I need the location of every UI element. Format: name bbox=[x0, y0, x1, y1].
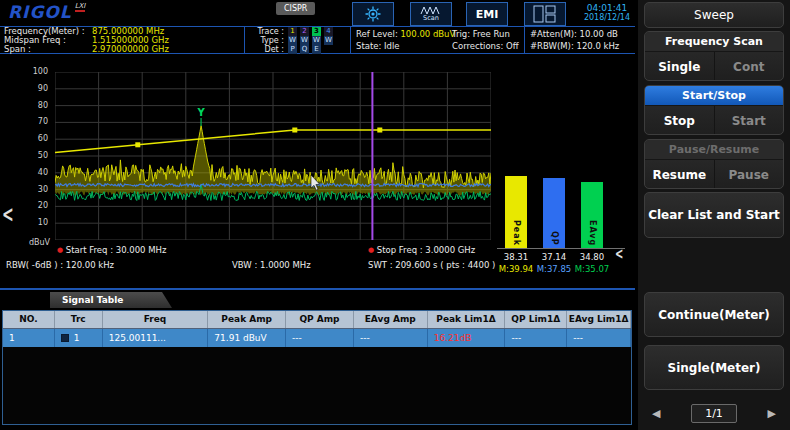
system-settings-button[interactable] bbox=[352, 2, 394, 26]
span-label: Span : bbox=[4, 45, 92, 54]
prev-page-arrow[interactable]: ◀ bbox=[652, 407, 660, 420]
det-3-chip: E bbox=[312, 45, 321, 54]
meter-bar-qp: QP bbox=[543, 178, 565, 248]
trace-toggle-icon[interactable] bbox=[61, 334, 69, 342]
meter-reading: 37.14 bbox=[534, 252, 574, 262]
brand-logo: RIGOLLXI bbox=[8, 2, 85, 22]
menu-title: Sweep bbox=[644, 2, 784, 28]
meter-bar-label: QP bbox=[550, 231, 559, 246]
meter-bar-peak: Peak bbox=[505, 176, 527, 248]
trace-1-chip[interactable]: 1 bbox=[288, 27, 297, 36]
trace-label: Trace : bbox=[250, 27, 284, 36]
y-axis-tick: 100 bbox=[24, 67, 48, 77]
y-axis-tick: 70 bbox=[24, 117, 48, 127]
next-page-arrow[interactable]: ▶ bbox=[768, 407, 776, 420]
start-button[interactable]: Start bbox=[714, 106, 784, 135]
y-axis-tick: 90 bbox=[24, 84, 48, 94]
trace-4-chip[interactable]: 4 bbox=[324, 27, 333, 36]
corrections-indicator: Corrections: Off bbox=[452, 41, 519, 51]
y-axis-tick: 60 bbox=[24, 134, 48, 144]
column-header-8: QP Lim1Δ bbox=[505, 311, 567, 328]
meter-max-reading: M:35.07 bbox=[572, 264, 612, 274]
date-display: 2018/12/14 bbox=[578, 13, 636, 23]
state-indicator: State: Idle bbox=[356, 41, 400, 51]
meter-max-reading: M:39.94 bbox=[496, 264, 536, 274]
trace-2-chip[interactable]: 2 bbox=[300, 27, 309, 36]
column-header-7: Peak Lim1Δ bbox=[428, 311, 506, 328]
rbw-m-indicator: #RBW(M): 120.0 kHz bbox=[530, 41, 619, 51]
continue-meter-button[interactable]: Continue(Meter) bbox=[644, 292, 784, 337]
cell-peak_amp: 71.91 dBuV bbox=[208, 329, 286, 347]
column-header-5: QP Amp bbox=[286, 311, 354, 328]
svg-text:Y: Y bbox=[196, 107, 205, 118]
menu-title-text: Sweep bbox=[694, 8, 734, 22]
det-label: Det : bbox=[250, 45, 284, 54]
separator bbox=[244, 26, 245, 53]
separator bbox=[350, 26, 351, 53]
y-axis-unit: dBuV bbox=[24, 238, 50, 247]
trigger-indicator: Trig: Free Run bbox=[452, 29, 510, 39]
meter-info-block: Frequency(Meter) :875.000000 MHz Midspan… bbox=[4, 27, 169, 54]
meter-bar-label: Peak bbox=[512, 220, 521, 246]
column-header-2: Trc bbox=[55, 311, 103, 328]
cell-text: 1 bbox=[74, 330, 80, 347]
cell-peak_lim: 16.21dB bbox=[428, 329, 506, 347]
cell-eavg_lim: --- bbox=[567, 329, 631, 347]
cell-qp_amp: --- bbox=[286, 329, 354, 347]
trace-3-chip[interactable]: 3 bbox=[312, 27, 321, 36]
collapse-meters-arrow[interactable]: < bbox=[615, 245, 623, 263]
y-axis-tick: 50 bbox=[24, 151, 48, 161]
start-freq-readout: ● Start Freq : 30.000 MHz bbox=[57, 245, 166, 255]
signal-table-tab[interactable]: Signal Table bbox=[50, 292, 172, 308]
expand-left-panel-arrow[interactable]: < bbox=[2, 201, 14, 227]
vbw-readout: VBW : 1.0000 MHz bbox=[232, 260, 311, 270]
meter-bar-label: EAvg bbox=[588, 220, 597, 246]
page-navigation: ◀ 1/1 ▶ bbox=[644, 399, 784, 427]
ref-level-value: 100.00 dBuV bbox=[400, 29, 455, 39]
start-stop-header: Start/Stop bbox=[645, 86, 783, 106]
type-3-chip: W bbox=[312, 36, 321, 45]
page-indicator: 1/1 bbox=[691, 404, 737, 423]
meter-max-reading: M:37.85 bbox=[534, 264, 574, 274]
cont-button[interactable]: Cont bbox=[714, 52, 784, 81]
lxi-badge: LXI bbox=[75, 2, 86, 12]
display-layout-button[interactable] bbox=[524, 2, 566, 26]
emi-mode-button[interactable]: EMI bbox=[466, 2, 508, 26]
rbw-readout: RBW( -6dB ) : 120.00 kHz bbox=[6, 260, 114, 270]
single-button[interactable]: Single bbox=[645, 52, 714, 81]
red-marker-icon: ● bbox=[368, 246, 374, 254]
swt-readout: SWT : 209.600 s ( pts : 4400 ) bbox=[368, 260, 495, 270]
table-row[interactable]: 11125.00111...71.91 dBuV------16.21dB---… bbox=[3, 329, 631, 347]
ref-level: Ref Level: 100.00 dBuV bbox=[356, 29, 455, 39]
type-2-chip: W bbox=[300, 36, 309, 45]
meter-bar-eavg: EAvg bbox=[581, 182, 603, 249]
cell-freq: 125.00111... bbox=[103, 329, 209, 347]
y-axis-tick: 30 bbox=[24, 185, 48, 195]
pause-button[interactable]: Pause bbox=[714, 160, 784, 189]
stop-freq-text: Stop Freq : 3.0000 GHz bbox=[377, 245, 475, 255]
time-display: 04:01:41 bbox=[578, 3, 636, 13]
separator bbox=[524, 26, 525, 53]
rigol-logo-text: RIGOL bbox=[8, 2, 72, 22]
emi-analyzer-screen: RIGOLLXI CISPR Scan EMI 04:01:41 2018/12… bbox=[0, 0, 790, 430]
start-stop-group: Start/Stop Stop Start bbox=[644, 85, 784, 135]
ref-level-label: Ref Level: bbox=[356, 29, 398, 39]
span-value: 2.970000000 GHz bbox=[92, 44, 169, 54]
meter-reading: 38.31 bbox=[496, 252, 536, 262]
det-2-chip: Q bbox=[300, 45, 309, 54]
meter-bars-region: < Peak38.31M:39.94QP37.14M:37.85EAvg34.8… bbox=[497, 72, 633, 277]
resume-button[interactable]: Resume bbox=[645, 160, 714, 189]
type-label: Type : bbox=[250, 36, 284, 45]
clear-list-start-button[interactable]: Clear List and Start bbox=[644, 192, 784, 238]
atten-indicator: #Atten(M): 10.00 dB bbox=[530, 29, 618, 39]
y-axis-tick: 40 bbox=[24, 168, 48, 178]
type-1-chip: W bbox=[288, 36, 297, 45]
column-header-4: Peak Amp bbox=[208, 311, 286, 328]
single-meter-button[interactable]: Single(Meter) bbox=[644, 345, 784, 390]
scan-button[interactable]: Scan bbox=[410, 2, 452, 26]
trace-info-block: Trace : 1 2 3 4 Type : W W W W Det : P Q… bbox=[250, 27, 336, 54]
cell-eavg_amp: --- bbox=[354, 329, 428, 347]
stop-button[interactable]: Stop bbox=[645, 106, 714, 135]
cell-no: 1 bbox=[3, 329, 55, 347]
separator bbox=[0, 288, 635, 290]
